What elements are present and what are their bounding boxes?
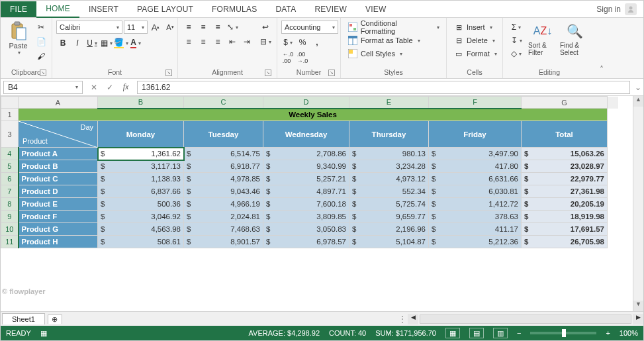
cell-A4[interactable]: Product A (19, 148, 98, 160)
sheet-tab-1[interactable]: Sheet1 (2, 313, 45, 324)
cell-C5[interactable]: $6,918.77 (184, 160, 263, 173)
tab-file[interactable]: FILE (1, 1, 36, 17)
decrease-decimal-button[interactable]: .00→.0 (296, 51, 309, 64)
align-middle-button[interactable]: ≡ (197, 21, 210, 34)
cell-F10[interactable]: $411.17 (429, 223, 522, 236)
cell-B5[interactable]: $3,117.13 (98, 160, 184, 173)
format-painter-button[interactable]: 🖌 (34, 50, 48, 63)
tab-insert[interactable]: INSERT (79, 1, 128, 17)
title-cell[interactable]: Weekly Sales (19, 109, 608, 121)
borders-button[interactable]: ▦▾ (100, 36, 113, 50)
align-right-button[interactable]: ≡ (211, 35, 224, 48)
name-box[interactable]: B4▾ (3, 81, 83, 94)
format-cells-button[interactable]: ▭Format▾ (451, 47, 500, 60)
col-header-F[interactable]: F (429, 97, 522, 109)
bold-button[interactable]: B (56, 36, 69, 50)
col-header-A[interactable]: A (19, 97, 98, 109)
format-as-table-button[interactable]: Format as Table▾ (345, 34, 423, 47)
header-total[interactable]: Total (522, 121, 608, 148)
row-header-4[interactable]: 4 (1, 148, 19, 160)
row-header-7[interactable]: 7 (1, 185, 19, 198)
cell-G6[interactable]: $22,979.77 (522, 173, 608, 185)
signin[interactable]: Sign in (590, 3, 643, 15)
shrink-font-button[interactable]: A▾ (163, 21, 177, 34)
sort-filter-button[interactable]: AZ↓ Sort & Filter (528, 21, 557, 56)
cell-C8[interactable]: $4,966.19 (184, 198, 263, 211)
header-thursday[interactable]: Thursday (349, 121, 429, 148)
cell-G4[interactable]: $15,063.26 (522, 148, 608, 160)
cell-E7[interactable]: $552.34 (349, 185, 429, 198)
collapse-ribbon-button[interactable]: ˄ (596, 65, 608, 78)
cell-A5[interactable]: Product B (19, 160, 98, 173)
col-header-B[interactable]: B (98, 97, 184, 109)
cell-B6[interactable]: $1,138.93 (98, 173, 184, 185)
cell-A10[interactable]: Product G (19, 223, 98, 236)
col-header-D[interactable]: D (263, 97, 349, 109)
zoom-in-button[interactable]: + (606, 329, 610, 337)
scroll-up-icon[interactable]: ▲ (633, 96, 643, 107)
cell-D9[interactable]: $3,809.85 (263, 211, 349, 223)
row-header-8[interactable]: 8 (1, 198, 19, 211)
cell-B9[interactable]: $3,046.92 (98, 211, 184, 223)
cell-D10[interactable]: $3,050.83 (263, 223, 349, 236)
cell-A7[interactable]: Product D (19, 185, 98, 198)
italic-button[interactable]: I (71, 36, 84, 50)
hscroll-right[interactable]: ▶ (633, 314, 643, 324)
indent-decrease-button[interactable]: ⇤ (226, 35, 239, 48)
font-launcher[interactable]: ↘ (165, 70, 172, 76)
cell-E4[interactable]: $980.13 (349, 148, 429, 160)
select-all-corner[interactable] (1, 97, 19, 109)
cell-B10[interactable]: $4,563.98 (98, 223, 184, 236)
font-size-combo[interactable]: 11▾ (124, 21, 148, 34)
cell-F4[interactable]: $3,497.90 (429, 148, 522, 160)
cell-G8[interactable]: $20,205.19 (522, 198, 608, 211)
header-tuesday[interactable]: Tuesday (184, 121, 263, 148)
cell-F5[interactable]: $417.80 (429, 160, 522, 173)
cell-C7[interactable]: $9,043.46 (184, 185, 263, 198)
wrap-text-button[interactable]: ↩ (256, 21, 275, 34)
macro-record-icon[interactable]: ▦ (40, 329, 47, 338)
underline-button[interactable]: U▾ (85, 36, 99, 50)
cell-E5[interactable]: $3,234.28 (349, 160, 429, 173)
align-bottom-button[interactable]: ≡ (211, 21, 224, 34)
cell-F7[interactable]: $6,030.81 (429, 185, 522, 198)
font-color-button[interactable]: A▾ (129, 36, 142, 50)
zoom-slider[interactable] (530, 332, 596, 334)
row-header-10[interactable]: 10 (1, 223, 19, 236)
cell-D8[interactable]: $7,600.18 (263, 198, 349, 211)
header-friday[interactable]: Friday (429, 121, 522, 148)
cell-G11[interactable]: $26,705.98 (522, 236, 608, 248)
cell-C6[interactable]: $4,978.85 (184, 173, 263, 185)
align-center-button[interactable]: ≡ (197, 35, 210, 48)
cell-A9[interactable]: Product F (19, 211, 98, 223)
font-name-combo[interactable]: Calibri▾ (56, 21, 122, 34)
zoom-level[interactable]: 100% (620, 329, 638, 337)
insert-function-button[interactable]: fx (118, 81, 133, 94)
insert-cells-button[interactable]: ⊞Insert▾ (451, 21, 495, 34)
new-sheet-button[interactable]: ⊕ (48, 315, 62, 324)
page-layout-view-button[interactable]: ▤ (469, 328, 484, 338)
header-diagonal[interactable]: Day Product (19, 121, 98, 148)
cell-B8[interactable]: $500.36 (98, 198, 184, 211)
cell-G10[interactable]: $17,691.57 (522, 223, 608, 236)
row-header-5[interactable]: 5 (1, 160, 19, 173)
cell-G9[interactable]: $18,919.98 (522, 211, 608, 223)
col-header-G[interactable]: G (522, 97, 608, 109)
cell-A8[interactable]: Product E (19, 198, 98, 211)
row-header-1[interactable]: 1 (1, 109, 19, 121)
cell-C4[interactable]: $6,514.75 (184, 148, 263, 160)
col-header-C[interactable]: C (184, 97, 263, 109)
horizontal-scrollbar[interactable] (420, 315, 631, 324)
clipboard-launcher[interactable]: ↘ (40, 70, 46, 76)
tab-pagelayout[interactable]: PAGE LAYOUT (128, 1, 203, 17)
find-select-button[interactable]: 🔍 Find & Select (560, 21, 589, 56)
row-header-3[interactable]: 3 (1, 121, 19, 148)
hscroll-left[interactable]: ◀ (408, 314, 418, 324)
formula-input[interactable]: 1361.62 (137, 81, 630, 94)
autosum-button[interactable]: Σ▾ (507, 21, 526, 34)
indent-increase-button[interactable]: ⇥ (240, 35, 253, 48)
alignment-launcher[interactable]: ↘ (265, 70, 271, 76)
page-break-view-button[interactable]: ▥ (493, 328, 508, 338)
cell-F8[interactable]: $1,412.72 (429, 198, 522, 211)
cell-D4[interactable]: $2,708.86 (263, 148, 349, 160)
